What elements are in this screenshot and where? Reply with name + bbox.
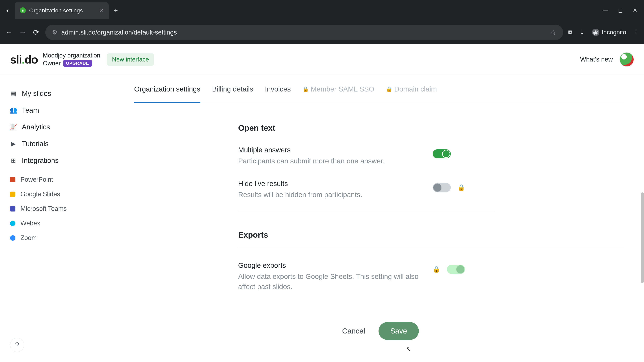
setting-title: Google exports xyxy=(238,261,426,270)
settings-content: Open text Multiple answers Participants … xyxy=(134,103,624,362)
address-field[interactable]: ⚙ admin.sli.do/organization/default-sett… xyxy=(45,25,563,40)
url-text: admin.sli.do/organization/default-settin… xyxy=(62,29,546,36)
powerpoint-icon xyxy=(10,177,16,182)
integrations-icon: ⊞ xyxy=(10,157,17,164)
sidebar-item-my-slidos[interactable]: ▦ My slidos xyxy=(7,85,114,102)
google-slides-icon xyxy=(10,192,16,197)
reload-icon[interactable]: ⟳ xyxy=(32,28,40,37)
setting-desc: Allow data exports to Google Sheets. Thi… xyxy=(238,272,426,292)
save-button[interactable]: Save xyxy=(378,322,419,340)
team-icon: 👥 xyxy=(10,107,17,114)
app-header: sli.do Moodjoy organization Owner UPGRAD… xyxy=(0,44,644,75)
maximize-icon[interactable]: ◻ xyxy=(618,7,623,13)
incognito-badge[interactable]: ◉ Incognito xyxy=(592,29,626,36)
toggle-hide-live-results[interactable] xyxy=(433,183,451,192)
grid-icon: ▦ xyxy=(10,90,17,97)
divider xyxy=(238,212,495,212)
org-name: Moodjoy organization xyxy=(43,52,100,59)
integration-google-slides[interactable]: Google Slides xyxy=(7,187,114,201)
site-settings-icon[interactable]: ⚙ xyxy=(52,29,57,36)
zoom-icon xyxy=(10,235,16,241)
lock-icon: 🔒 xyxy=(302,86,309,92)
org-info: Moodjoy organization Owner UPGRADE xyxy=(43,52,100,67)
extensions-icon[interactable]: ⧉ xyxy=(568,29,572,36)
tutorials-icon: ▶ xyxy=(10,140,17,147)
lock-icon: 🔒 xyxy=(386,86,392,92)
integration-webex[interactable]: Webex xyxy=(7,216,114,231)
window-controls: — ◻ ✕ xyxy=(603,7,641,13)
tab-bar: ▾ s Organization settings × + — ◻ ✕ xyxy=(0,0,644,21)
back-icon[interactable]: ← xyxy=(5,28,14,36)
incognito-icon: ◉ xyxy=(592,29,600,36)
setting-desc: Participants can submit more than one an… xyxy=(238,156,426,166)
toggle-multiple-answers[interactable] xyxy=(433,149,451,158)
avatar[interactable] xyxy=(620,52,634,67)
new-tab-icon[interactable]: + xyxy=(114,6,118,14)
section-open-text-heading: Open text xyxy=(238,123,624,133)
sidebar-item-tutorials[interactable]: ▶ Tutorials xyxy=(7,135,114,152)
slido-logo[interactable]: sli.do xyxy=(10,53,38,66)
help-button[interactable]: ? xyxy=(10,338,24,352)
setting-google-exports: Google exports Allow data exports to Goo… xyxy=(238,248,624,292)
main-panel: Organization settings Billing details In… xyxy=(121,75,644,362)
setting-hide-live-results: Hide live results Results will be hidden… xyxy=(238,166,624,200)
tab-member-saml-sso: 🔒 Member SAML SSO xyxy=(302,75,374,103)
minimize-icon[interactable]: — xyxy=(603,7,608,13)
close-window-icon[interactable]: ✕ xyxy=(633,7,637,13)
tab-billing-details[interactable]: Billing details xyxy=(212,75,253,103)
lock-icon: 🔒 xyxy=(433,266,440,273)
toggle-google-exports xyxy=(447,265,465,274)
forward-icon[interactable]: → xyxy=(18,28,27,36)
integration-zoom[interactable]: Zoom xyxy=(7,231,114,245)
downloads-icon[interactable]: ⭳ xyxy=(579,29,585,36)
close-tab-icon[interactable]: × xyxy=(100,7,104,14)
sidebar-item-analytics[interactable]: 📈 Analytics xyxy=(7,119,114,135)
whats-new-link[interactable]: What's new xyxy=(580,56,613,63)
lock-icon: 🔒 xyxy=(458,184,465,191)
sidebar-item-integrations[interactable]: ⊞ Integrations xyxy=(7,152,114,169)
app-body: ▦ My slidos 👥 Team 📈 Analytics ▶ Tutoria… xyxy=(0,75,644,362)
microsoft-teams-icon xyxy=(10,206,16,212)
cancel-button[interactable]: Cancel xyxy=(336,322,372,340)
setting-title: Hide live results xyxy=(238,180,426,188)
tab-organization-settings[interactable]: Organization settings xyxy=(134,75,200,103)
setting-title: Multiple answers xyxy=(238,146,426,154)
tabs: Organization settings Billing details In… xyxy=(134,75,624,103)
sidebar: ▦ My slidos 👥 Team 📈 Analytics ▶ Tutoria… xyxy=(0,75,121,362)
address-bar: ← → ⟳ ⚙ admin.sli.do/organization/defaul… xyxy=(0,21,644,44)
bookmark-icon[interactable]: ☆ xyxy=(550,28,556,36)
webex-icon xyxy=(10,221,16,226)
toolbar-icons: ⧉ ⭳ ◉ Incognito ⋮ xyxy=(568,29,639,36)
browser-tab[interactable]: s Organization settings × xyxy=(15,2,109,19)
favicon-icon: s xyxy=(20,7,26,13)
integration-microsoft-teams[interactable]: Microsoft Teams xyxy=(7,201,114,216)
kebab-menu-icon[interactable]: ⋮ xyxy=(633,29,639,36)
analytics-icon: 📈 xyxy=(10,124,17,130)
tab-list-dropdown-icon[interactable]: ▾ xyxy=(3,6,12,14)
integration-powerpoint[interactable]: PowerPoint xyxy=(7,172,114,187)
upgrade-badge[interactable]: UPGRADE xyxy=(64,60,92,67)
tab-domain-claim: 🔒 Domain claim xyxy=(386,75,437,103)
tab-invoices[interactable]: Invoices xyxy=(265,75,291,103)
setting-desc: Results will be hidden from participants… xyxy=(238,190,426,200)
scrollbar[interactable] xyxy=(641,192,644,283)
tab-title: Organization settings xyxy=(29,7,96,14)
setting-multiple-answers: Multiple answers Participants can submit… xyxy=(238,133,624,166)
browser-chrome: ▾ s Organization settings × + — ◻ ✕ ← → … xyxy=(0,0,644,44)
section-exports-heading: Exports xyxy=(238,230,624,248)
org-role: Owner xyxy=(43,60,61,67)
action-row: Cancel Save xyxy=(238,322,624,340)
new-interface-button[interactable]: New interface xyxy=(107,53,154,66)
sidebar-item-team[interactable]: 👥 Team xyxy=(7,102,114,119)
